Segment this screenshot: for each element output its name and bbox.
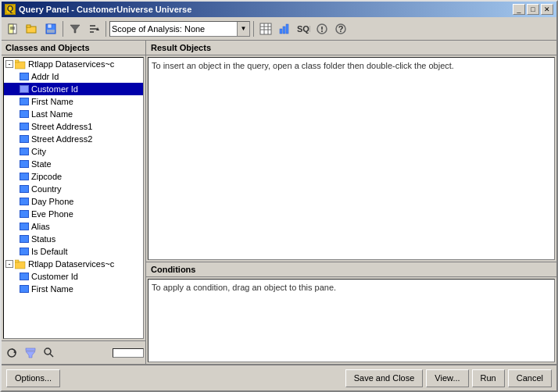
help-button[interactable]: ? — [332, 20, 349, 37]
item-label: Addr Id — [31, 72, 59, 81]
field-icon — [20, 173, 29, 180]
svg-marker-35 — [13, 351, 16, 354]
title-bar: Q Query Panel - CustomerUniverse Univers… — [2, 2, 556, 17]
new-button[interactable] — [5, 20, 22, 37]
window-title: Query Panel - CustomerUniverse Universe — [19, 5, 191, 14]
tree-view[interactable]: - Rtlapp Dataservices~c Addr Id Customer… — [3, 57, 144, 339]
svg-marker-37 — [26, 351, 35, 358]
run-button[interactable]: Run — [472, 369, 505, 387]
svg-rect-16 — [260, 23, 271, 34]
list-item[interactable]: State — [4, 158, 143, 170]
list-item[interactable]: Street Address2 — [4, 133, 143, 145]
svg-rect-10 — [47, 30, 55, 33]
list-item[interactable]: Customer Id — [4, 270, 143, 283]
folder-1-label: Rtlapp Dataservices~c — [28, 59, 114, 69]
save-button[interactable] — [42, 20, 59, 37]
folder-2[interactable]: - Rtlapp Dataservices~c — [4, 258, 143, 270]
right-panel: Result Objects To insert an object in th… — [146, 41, 556, 364]
item-label: City — [31, 147, 46, 156]
svg-marker-11 — [70, 25, 80, 33]
list-item[interactable]: First Name — [4, 95, 143, 108]
svg-point-38 — [45, 348, 51, 355]
scope-container: Scope of Analysis: None 1 level 2 levels… — [109, 21, 250, 37]
svg-rect-31 — [15, 60, 19, 62]
result-hint: To insert an object in the query, open a… — [152, 61, 454, 70]
view-button[interactable]: View... — [426, 369, 468, 387]
result-header: Result Objects — [146, 41, 556, 55]
conditions-content[interactable]: To apply a condition, drag an object to … — [148, 279, 555, 362]
svg-rect-36 — [26, 348, 35, 351]
separator-3 — [253, 21, 254, 37]
field-icon — [20, 285, 29, 293]
list-item[interactable]: Eve Phone — [4, 208, 143, 220]
svg-line-39 — [50, 354, 53, 357]
window-icon: Q — [5, 4, 16, 15]
scope-select[interactable]: Scope of Analysis: None 1 level 2 levels — [109, 21, 250, 37]
list-item[interactable]: Alias — [4, 220, 143, 233]
list-item[interactable]: Customer Id — [4, 83, 143, 95]
main-toolbar: Scope of Analysis: None 1 level 2 levels… — [2, 17, 556, 41]
item-label: First Name — [31, 284, 73, 294]
item-label: Alias — [31, 222, 50, 231]
list-item[interactable]: Addr Id — [4, 70, 143, 83]
field-icon — [20, 110, 29, 118]
item-label: Is Default — [31, 247, 67, 256]
item-label: Street Address1 — [31, 122, 92, 131]
expand-icon-1[interactable]: - — [5, 60, 13, 68]
field-icon — [20, 98, 29, 105]
separator-2 — [106, 21, 106, 37]
item-label: Day Phone — [31, 197, 73, 206]
list-item[interactable]: Street Address1 — [4, 120, 143, 133]
sql-button[interactable]: SQL — [295, 20, 312, 37]
list-item[interactable]: Status — [4, 233, 143, 245]
maximize-button[interactable]: □ — [527, 4, 539, 15]
folder-icon-2 — [15, 258, 26, 269]
svg-point-27 — [321, 30, 323, 32]
list-item[interactable]: Day Phone — [4, 195, 143, 208]
main-window: Q Query Panel - CustomerUniverse Univers… — [0, 0, 558, 392]
sort-button[interactable] — [85, 20, 102, 37]
title-buttons: _ □ ✕ — [513, 4, 553, 15]
svg-rect-33 — [15, 260, 19, 262]
cancel-button[interactable]: Cancel — [508, 369, 552, 387]
chart-button[interactable] — [276, 20, 293, 37]
svg-text:Q: Q — [7, 5, 14, 13]
save-close-button[interactable]: Save and Close — [345, 369, 424, 387]
folder-icon-1 — [15, 59, 26, 69]
svg-rect-9 — [48, 24, 52, 28]
list-item[interactable]: First Name — [4, 283, 143, 295]
filter-button[interactable] — [66, 20, 84, 37]
field-icon — [20, 73, 29, 80]
list-item[interactable]: Zipcode — [4, 170, 143, 183]
minimize-button[interactable]: _ — [513, 4, 525, 15]
result-content[interactable]: To insert an object in the query, open a… — [148, 57, 555, 260]
scroll-indicator[interactable] — [113, 348, 144, 358]
classes-objects-header: Classes and Objects — [2, 41, 145, 55]
folder-1[interactable]: - Rtlapp Dataservices~c — [4, 58, 143, 70]
left-bottom-toolbar — [2, 340, 145, 364]
refresh-button[interactable] — [3, 344, 20, 362]
expand-icon-2[interactable]: - — [5, 260, 13, 268]
conditions-section: Conditions To apply a condition, drag an… — [146, 262, 556, 364]
field-icon — [20, 198, 29, 205]
field-icon — [20, 210, 29, 218]
item-label: State — [31, 159, 52, 169]
item-label: Last Name — [31, 109, 73, 119]
list-item[interactable]: City — [4, 145, 143, 158]
close-button[interactable]: ✕ — [541, 4, 553, 15]
folder-2-label: Rtlapp Dataservices~c — [28, 259, 114, 269]
list-item[interactable]: Last Name — [4, 108, 143, 120]
table-button[interactable] — [257, 20, 274, 37]
list-item[interactable]: Is Default — [4, 245, 143, 258]
list-item[interactable]: Country — [4, 183, 143, 195]
filter-tree-button[interactable] — [22, 344, 39, 362]
item-label: Eve Phone — [31, 209, 73, 219]
analyze-button[interactable] — [313, 20, 331, 37]
item-label: Customer Id — [31, 84, 78, 94]
svg-text:SQL: SQL — [297, 24, 310, 34]
separator-1 — [63, 21, 63, 37]
open-button[interactable] — [23, 20, 41, 37]
options-button[interactable]: Options... — [6, 369, 60, 387]
svg-rect-23 — [286, 24, 288, 34]
search-button[interactable] — [41, 344, 58, 362]
